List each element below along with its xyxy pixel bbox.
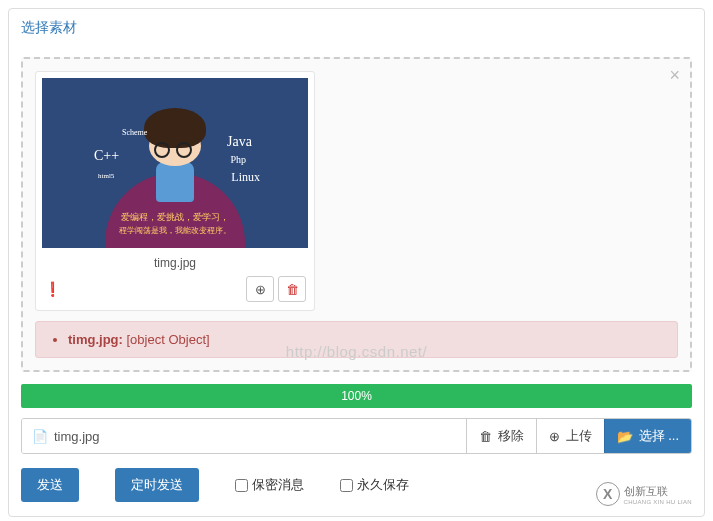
brand-line1: 创新互联 bbox=[624, 484, 692, 499]
remove-label: 移除 bbox=[498, 427, 524, 445]
file-display: 📄 timg.jpg bbox=[22, 419, 466, 453]
label-java: Java bbox=[227, 134, 252, 150]
send-button[interactable]: 发送 bbox=[21, 468, 79, 502]
label-php: Php bbox=[230, 154, 246, 165]
progress-label: 100% bbox=[341, 389, 372, 403]
upload-label: 上传 bbox=[566, 427, 592, 445]
upload-icon: ⊕ bbox=[255, 282, 266, 297]
label-linux: Linux bbox=[231, 170, 260, 185]
thumb-upload-button[interactable]: ⊕ bbox=[246, 276, 274, 302]
trash-icon: 🗑 bbox=[286, 282, 299, 297]
secret-checkbox[interactable] bbox=[235, 479, 248, 492]
panel-title: 选择素材 bbox=[9, 9, 704, 47]
permsave-checkbox[interactable] bbox=[340, 479, 353, 492]
dropzone: × Java Php Linux C++ Scheme html5 bbox=[21, 57, 692, 372]
label-html5: html5 bbox=[98, 172, 114, 180]
trash-icon: 🗑 bbox=[479, 429, 492, 444]
warning-icon: ❗ bbox=[44, 281, 61, 297]
error-filename: timg.jpg: bbox=[68, 332, 123, 347]
label-scheme: Scheme bbox=[122, 128, 147, 137]
caption-1: 爱编程，爱挑战，爱学习， bbox=[121, 211, 229, 224]
error-alert: timg.jpg: [object Object] bbox=[35, 321, 678, 358]
brand-text: 创新互联 CHUANG XIN HU LIAN bbox=[624, 484, 692, 505]
permsave-checkbox-wrap[interactable]: 永久保存 bbox=[340, 476, 409, 494]
brand-badge: X 创新互联 CHUANG XIN HU LIAN bbox=[596, 482, 692, 506]
progress-bar: 100% bbox=[21, 384, 692, 408]
error-message: [object Object] bbox=[123, 332, 210, 347]
label-cpp: C++ bbox=[94, 148, 119, 164]
select-label: 选择 ... bbox=[639, 427, 679, 445]
file-input-row: 📄 timg.jpg 🗑 移除 ⊕ 上传 📂 选择 ... bbox=[21, 418, 692, 454]
schedule-send-button[interactable]: 定时发送 bbox=[115, 468, 199, 502]
file-name: timg.jpg bbox=[54, 429, 100, 444]
thumbnail-footer: ❗ ⊕ 🗑 bbox=[42, 272, 308, 304]
thumb-delete-button[interactable]: 🗑 bbox=[278, 276, 306, 302]
select-button[interactable]: 📂 选择 ... bbox=[604, 419, 691, 453]
upload-button[interactable]: ⊕ 上传 bbox=[536, 419, 604, 453]
close-icon[interactable]: × bbox=[669, 65, 680, 86]
thumbnail-image: Java Php Linux C++ Scheme html5 爱编程，爱挑战，… bbox=[42, 78, 308, 248]
thumbnail-filename: timg.jpg bbox=[42, 248, 308, 272]
remove-button[interactable]: 🗑 移除 bbox=[466, 419, 536, 453]
action-row: 发送 定时发送 保密消息 永久保存 bbox=[21, 454, 692, 506]
folder-icon: 📂 bbox=[617, 429, 633, 444]
thumbnail-card: Java Php Linux C++ Scheme html5 爱编程，爱挑战，… bbox=[35, 71, 315, 311]
file-icon: 📄 bbox=[32, 429, 48, 444]
thumbnail-actions: ⊕ 🗑 bbox=[246, 276, 306, 302]
permsave-label: 永久保存 bbox=[357, 476, 409, 494]
upload-icon: ⊕ bbox=[549, 429, 560, 444]
secret-checkbox-wrap[interactable]: 保密消息 bbox=[235, 476, 304, 494]
panel-body: × Java Php Linux C++ Scheme html5 bbox=[9, 47, 704, 516]
caption-2: 程学闯荡是我，我能改变程序。 bbox=[119, 225, 231, 236]
brand-line2: CHUANG XIN HU LIAN bbox=[624, 499, 692, 505]
secret-label: 保密消息 bbox=[252, 476, 304, 494]
material-panel: 选择素材 × Java Php Linux C++ Scheme bbox=[8, 8, 705, 517]
brand-logo: X bbox=[596, 482, 620, 506]
cartoon-boy bbox=[144, 108, 206, 148]
error-item: timg.jpg: [object Object] bbox=[68, 332, 663, 347]
